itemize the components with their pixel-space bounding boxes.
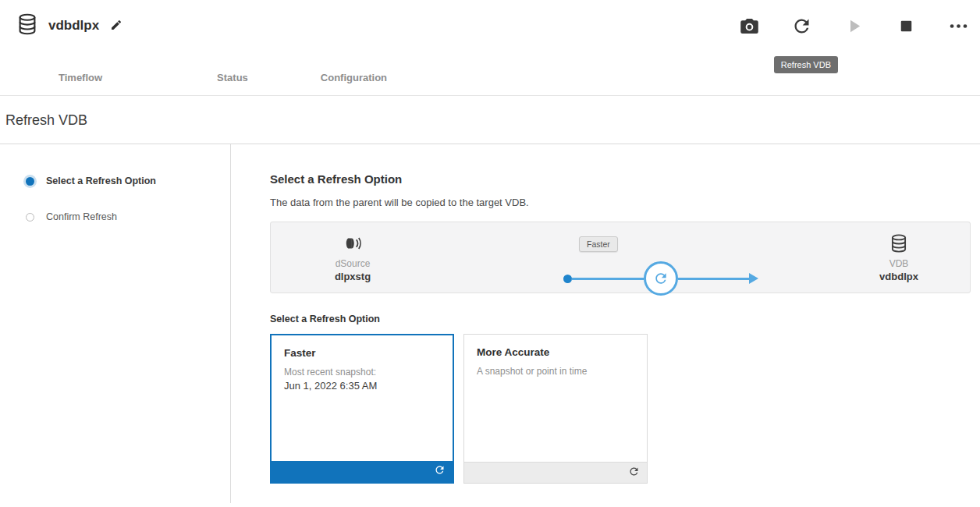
play-icon: [843, 27, 865, 39]
vdb-label: VDB: [889, 258, 909, 269]
refresh-icon: [628, 466, 640, 480]
vdb-database-icon: [889, 233, 909, 257]
step-select-refresh-option[interactable]: Select a Refresh Option: [26, 176, 230, 186]
dsource-name: dlpxstg: [335, 271, 371, 282]
vdb-title: vdbdlpx: [48, 18, 99, 34]
tab-bar: Timeflow Status Configuration: [0, 72, 980, 96]
camera-icon: [739, 27, 760, 39]
wizard-stepper: Select a Refresh Option Confirm Refresh: [0, 144, 231, 503]
section-description: The data from the parent will be copied …: [270, 197, 971, 208]
header: vdbdlpx: [0, 0, 980, 72]
dsource-icon: [343, 233, 363, 257]
refresh-diagram: Faster dSource dlpxstg: [270, 222, 971, 293]
wizard-main: Select a Refresh Option The data from th…: [231, 144, 980, 503]
start-vdb-button[interactable]: [843, 16, 865, 37]
step-active-indicator: [26, 177, 34, 186]
edit-name-button[interactable]: [108, 17, 124, 35]
section-heading: Select a Refresh Option: [270, 172, 971, 186]
ellipsis-icon: [948, 27, 969, 39]
option-card-more-accurate[interactable]: More Accurate A snapshot or point in tim…: [463, 334, 648, 484]
option-card-faster[interactable]: Faster Most recent snapshot: Jun 1, 2022…: [270, 334, 454, 484]
refresh-vdb-button[interactable]: [791, 16, 812, 37]
stop-vdb-button[interactable]: [896, 16, 917, 37]
flow-line-right: [678, 278, 750, 280]
snapshot-button[interactable]: [739, 16, 760, 37]
dsource-node: dSource dlpxstg: [310, 233, 396, 282]
refresh-icon: [434, 464, 446, 479]
stop-icon: [896, 27, 917, 39]
refresh-flow: [563, 261, 758, 296]
toolbar: [739, 12, 969, 37]
card-subtitle: A snapshot or point in time: [477, 366, 634, 377]
title-group: vdbdlpx: [16, 12, 124, 39]
vdb-node: VDB vdbdlpx: [856, 233, 942, 282]
card-snapshot-date: Jun 1, 2022 6:35 AM: [284, 380, 440, 392]
step-label: Confirm Refresh: [46, 211, 117, 222]
card-subtitle: Most recent snapshot:: [284, 367, 440, 378]
dsource-label: dSource: [336, 258, 371, 269]
card-footer: [272, 461, 453, 482]
pencil-icon: [110, 22, 123, 34]
flow-start-dot: [563, 275, 572, 283]
options-label: Select a Refresh Option: [270, 314, 971, 324]
database-icon: [16, 12, 39, 39]
more-actions-button[interactable]: [948, 16, 969, 37]
vdb-name: vdbdlpx: [879, 271, 918, 282]
wizard-body: Select a Refresh Option Confirm Refresh …: [0, 144, 980, 503]
card-title: More Accurate: [477, 346, 634, 358]
refresh-vdb-tooltip: Refresh VDB: [774, 56, 838, 73]
flow-arrowhead: [749, 273, 758, 284]
flow-refresh-icon: [644, 261, 678, 296]
step-confirm-refresh[interactable]: Confirm Refresh: [26, 211, 230, 222]
card-title: Faster: [284, 347, 440, 359]
card-footer: [464, 462, 647, 483]
step-inactive-indicator: [26, 213, 34, 222]
refresh-icon: [791, 27, 812, 39]
tab-configuration[interactable]: Configuration: [321, 72, 387, 95]
tab-timeflow[interactable]: Timeflow: [59, 72, 102, 95]
flow-line-left: [572, 278, 644, 280]
option-cards: Faster Most recent snapshot: Jun 1, 2022…: [270, 334, 971, 484]
tab-status[interactable]: Status: [217, 72, 248, 95]
step-label: Select a Refresh Option: [46, 176, 156, 186]
refresh-vdb-page: vdbdlpx: [0, 0, 980, 503]
page-title: Refresh VDB: [0, 96, 980, 144]
faster-badge: Faster: [579, 236, 618, 252]
